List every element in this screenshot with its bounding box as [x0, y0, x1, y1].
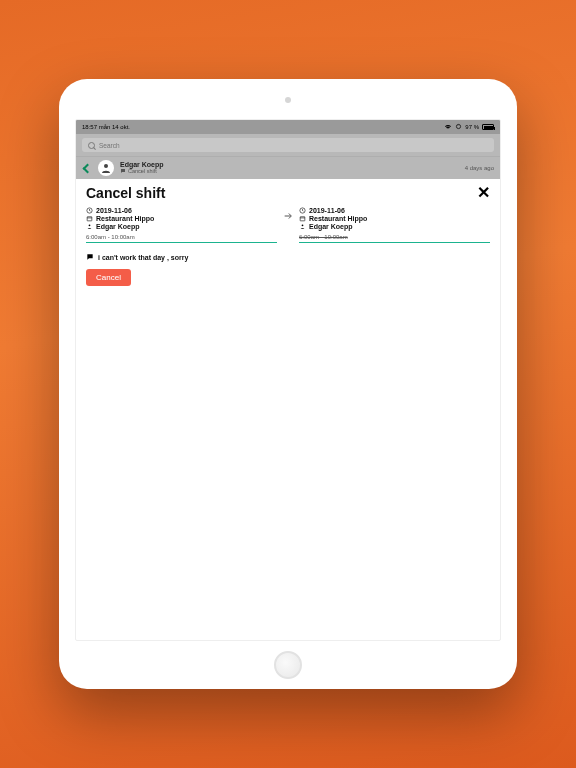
requested-location: Restaurant Hippo [309, 215, 367, 222]
svg-rect-3 [87, 217, 92, 221]
calendar-icon [299, 215, 306, 222]
header-timestamp: 4 days ago [465, 165, 494, 171]
header-subtitle: Cancel shift [120, 168, 164, 175]
original-location: Restaurant Hippo [96, 215, 154, 222]
home-button[interactable] [274, 651, 302, 679]
panel-title: Cancel shift [86, 185, 165, 201]
original-date-line: 2019-11-06 [86, 207, 277, 214]
requested-location-line: Restaurant Hippo [299, 215, 490, 222]
header-subtitle-text: Cancel shift [128, 169, 157, 175]
status-right: 97 % [444, 123, 494, 131]
screen: 18:57 mån 14 okt. 97 % [75, 119, 501, 641]
status-bar: 18:57 mån 14 okt. 97 % [76, 120, 500, 134]
battery-icon [482, 124, 494, 130]
requested-person-line: Edgar Koepp [299, 223, 490, 230]
person-icon [299, 223, 306, 230]
original-location-line: Restaurant Hippo [86, 215, 277, 222]
list-header-row[interactable]: Edgar Koepp Cancel shift 4 days ago [76, 156, 500, 179]
svg-point-9 [302, 224, 304, 226]
header-user-name: Edgar Koepp [120, 161, 164, 168]
cancel-button[interactable]: Cancel [86, 269, 131, 286]
battery-percent: 97 % [465, 124, 479, 130]
original-person-line: Edgar Koepp [86, 223, 277, 230]
original-time: 6:00am - 10:00am [86, 234, 277, 243]
close-icon[interactable]: ✕ [477, 185, 490, 201]
avatar [98, 160, 114, 176]
tablet-frame: 18:57 mån 14 okt. 97 % [59, 79, 517, 689]
status-time: 18:57 [82, 124, 97, 130]
orientation-lock-icon [455, 123, 462, 131]
search-input[interactable] [99, 142, 488, 149]
search-field[interactable] [82, 138, 494, 152]
person-icon [86, 223, 93, 230]
content-panel: Cancel shift ✕ 2019-11-06 [76, 179, 500, 292]
speech-bubble-icon [86, 253, 94, 261]
title-row: Cancel shift ✕ [86, 185, 490, 205]
search-bar [76, 134, 500, 156]
search-icon [88, 142, 95, 149]
arrow-right-icon [283, 207, 293, 223]
original-date: 2019-11-06 [96, 207, 132, 214]
requested-date: 2019-11-06 [309, 207, 345, 214]
status-left: 18:57 mån 14 okt. [82, 124, 130, 130]
comment-row: i can't work that day , sorry [86, 253, 490, 261]
front-camera [285, 97, 291, 103]
wifi-icon [444, 124, 452, 131]
original-shift-column: 2019-11-06 Restaurant Hippo Edgar Koepp [86, 207, 277, 243]
requested-person: Edgar Koepp [309, 223, 353, 230]
requested-time: 6:00am - 10:00am [299, 234, 490, 243]
svg-rect-7 [300, 217, 305, 221]
original-person: Edgar Koepp [96, 223, 140, 230]
clock-icon [86, 207, 93, 214]
svg-point-5 [89, 224, 91, 226]
svg-point-1 [104, 164, 108, 168]
info-columns: 2019-11-06 Restaurant Hippo Edgar Koepp [86, 207, 490, 243]
calendar-icon [86, 215, 93, 222]
status-date: mån 14 okt. [99, 124, 130, 130]
back-arrow-icon[interactable] [82, 163, 92, 173]
comment-text: i can't work that day , sorry [98, 254, 188, 261]
requested-date-line: 2019-11-06 [299, 207, 490, 214]
requested-shift-column: 2019-11-06 Restaurant Hippo Edgar Koepp [299, 207, 490, 243]
clock-icon [299, 207, 306, 214]
chat-icon [120, 168, 126, 175]
header-text: Edgar Koepp Cancel shift [120, 161, 164, 175]
